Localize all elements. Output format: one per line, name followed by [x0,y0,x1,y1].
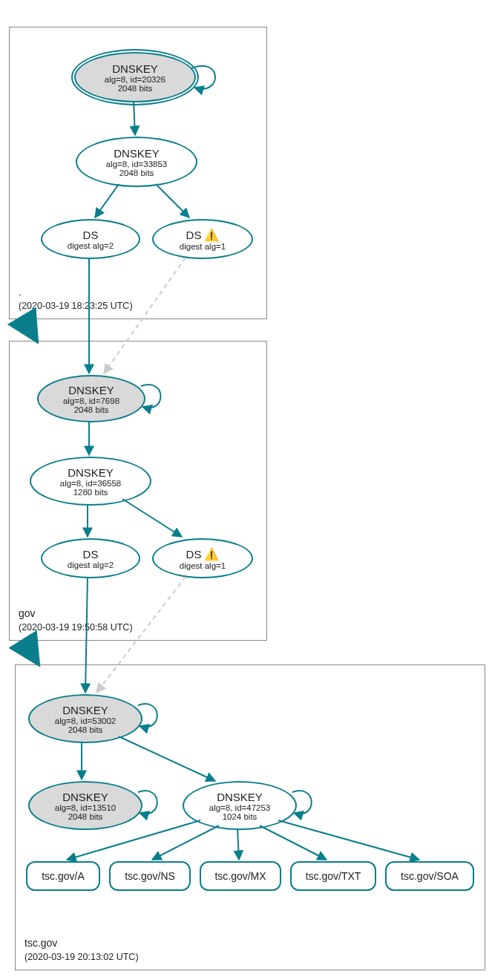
zone-tsc-name: tsc.gov [24,936,139,951]
node-sub: 2048 bits [119,169,154,177]
node-sub: 2048 bits [74,405,109,414]
node-sub: digest alg=1 [180,561,226,570]
node-sub: alg=8, id=7698 [63,396,119,405]
zone-root-label: . (2020-03-19 18:23:25 UTC) [19,285,133,313]
node-title: DS [186,548,202,561]
node-title: DS [83,548,99,561]
node-title: DS [83,229,99,241]
node-gov-zsk: DNSKEY alg=8, id=36558 1280 bits [30,457,151,506]
rrset-mx: tsc.gov/MX [200,861,281,891]
node-title: DNSKEY [68,384,114,396]
node-sub: digest alg=2 [68,561,114,569]
node-sub: 2048 bits [68,725,103,734]
node-title: DNSKEY [68,466,114,479]
node-root-ksk: DNSKEY alg=8, id=20326 2048 bits [74,52,196,102]
zone-tsc-timestamp: (2020-03-19 20:13:02 UTC) [24,951,139,964]
node-sub: alg=8, id=33853 [106,160,168,169]
rrset-a: tsc.gov/A [26,861,100,891]
node-title: DNSKEY [217,791,263,803]
node-title: DNSKEY [114,147,160,160]
node-sub: digest alg=2 [68,241,114,250]
node-sub: digest alg=1 [180,242,226,251]
node-sub: 2048 bits [68,812,103,821]
node-sub: 1280 bits [73,488,108,497]
node-gov-ksk: DNSKEY alg=8, id=7698 2048 bits [37,375,145,422]
node-gov-ds1: DS ⚠️ digest alg=1 [152,538,253,578]
node-sub: alg=8, id=13510 [55,803,117,812]
node-title: DNSKEY [112,62,158,75]
node-title: DNSKEY [62,704,108,716]
node-tsc-k2: DNSKEY alg=8, id=13510 2048 bits [28,781,142,830]
zone-tsc-label: tsc.gov (2020-03-19 20:13:02 UTC) [24,936,139,964]
node-root-ds1: DS ⚠️ digest alg=1 [152,219,253,259]
node-title: DS [186,229,202,241]
node-sub: alg=8, id=20326 [105,75,166,84]
node-gov-ds2: DS digest alg=2 [41,538,140,578]
rrset-ns: tsc.gov/NS [109,861,191,891]
node-sub: alg=8, id=47253 [209,803,271,812]
rrset-soa: tsc.gov/SOA [385,861,474,891]
node-sub: alg=8, id=36558 [60,479,122,488]
zone-gov-name: gov [19,607,133,621]
warning-icon: ⚠️ [204,547,219,561]
zone-gov-label: gov (2020-03-19 19:50:58 UTC) [19,607,133,634]
node-sub: 1024 bits [223,812,258,821]
node-sub: 2048 bits [118,84,153,93]
node-root-zsk: DNSKEY alg=8, id=33853 2048 bits [76,137,197,187]
zone-root-name: . [19,285,133,300]
zone-root-timestamp: (2020-03-19 18:23:25 UTC) [19,300,133,313]
warning-icon: ⚠️ [204,228,219,242]
node-title: DNSKEY [62,791,108,803]
zone-gov-timestamp: (2020-03-19 19:50:58 UTC) [19,621,133,635]
node-root-ds2: DS digest alg=2 [41,219,140,259]
node-tsc-zsk: DNSKEY alg=8, id=47253 1024 bits [183,781,297,830]
node-tsc-ksk: DNSKEY alg=8, id=53002 2048 bits [28,694,142,743]
node-sub: alg=8, id=53002 [55,716,117,725]
rrset-txt: tsc.gov/TXT [290,861,376,891]
